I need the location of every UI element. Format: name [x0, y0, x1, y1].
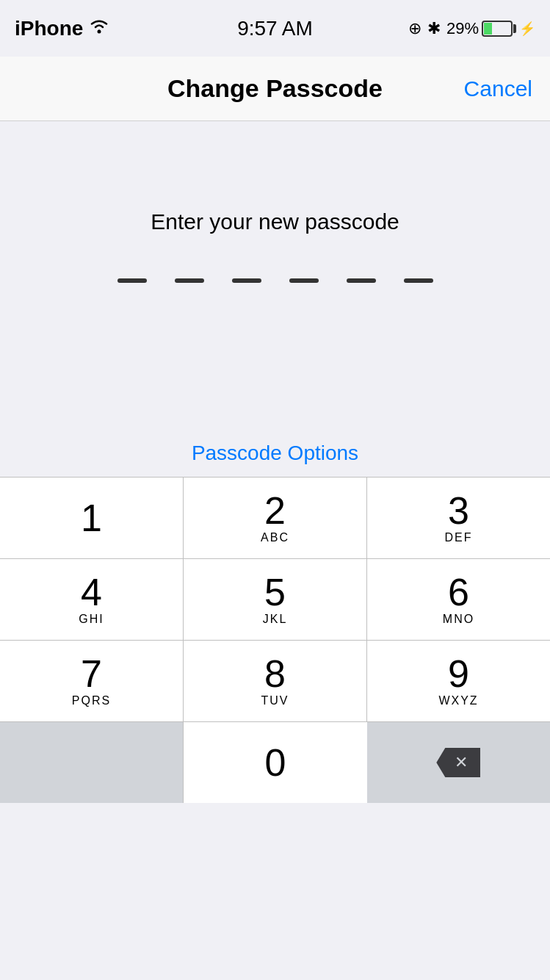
status-right: ⊕ ✱ 29% ⚡ — [408, 19, 535, 38]
key-4-number: 4 — [81, 573, 102, 611]
keypad-row-3: 7 PQRS 8 TUV 9 WXYZ — [0, 641, 550, 722]
keypad-row-4: 0 ✕ — [0, 722, 550, 803]
status-time: 9:57 AM — [237, 17, 313, 40]
battery-icon — [482, 21, 516, 37]
lightning-icon: ⚡ — [519, 21, 535, 37]
passcode-dash-6 — [404, 278, 433, 283]
key-delete[interactable]: ✕ — [367, 722, 550, 803]
main-content: Enter your new passcode Passcode Options — [0, 121, 550, 477]
key-3[interactable]: 3 DEF — [367, 478, 550, 558]
key-1[interactable]: 1 — [0, 478, 184, 558]
svg-point-0 — [98, 29, 101, 33]
keypad-row-1: 1 2 ABC 3 DEF — [0, 478, 550, 559]
key-3-number: 3 — [448, 491, 469, 530]
orientation-lock-icon: ⊕ — [408, 19, 421, 38]
status-bar: iPhone 9:57 AM ⊕ ✱ 29% ⚡ — [0, 0, 550, 57]
key-9-number: 9 — [448, 655, 469, 693]
key-5-number: 5 — [264, 573, 286, 611]
delete-x-icon: ✕ — [455, 753, 468, 772]
key-4-letters: GHI — [79, 613, 104, 626]
key-0-number: 0 — [265, 743, 286, 782]
key-7-letters: PQRS — [72, 694, 111, 707]
key-7[interactable]: 7 PQRS — [0, 641, 184, 721]
cancel-button[interactable]: Cancel — [464, 76, 532, 101]
passcode-dash-4 — [289, 278, 319, 283]
key-8-letters: TUV — [261, 694, 289, 707]
wifi-icon — [89, 19, 109, 38]
key-9-letters: WXYZ — [438, 694, 478, 707]
key-6-letters: MNO — [443, 613, 474, 626]
key-1-number: 1 — [81, 499, 102, 537]
key-8[interactable]: 8 TUV — [184, 641, 367, 721]
keypad: 1 2 ABC 3 DEF 4 GHI 5 JKL 6 MNO 7 PQRS — [0, 477, 550, 803]
key-empty — [0, 722, 184, 803]
key-3-letters: DEF — [445, 531, 473, 544]
key-5-letters: JKL — [263, 613, 288, 626]
key-7-number: 7 — [81, 655, 102, 693]
key-9[interactable]: 9 WXYZ — [367, 641, 550, 721]
key-2[interactable]: 2 ABC — [184, 478, 367, 558]
passcode-dash-2 — [175, 278, 204, 283]
passcode-dash-3 — [232, 278, 261, 283]
passcode-prompt: Enter your new passcode — [151, 209, 399, 234]
battery-container: 29% ⚡ — [446, 19, 535, 38]
key-2-letters: ABC — [261, 531, 289, 544]
keypad-row-2: 4 GHI 5 JKL 6 MNO — [0, 559, 550, 641]
key-5[interactable]: 5 JKL — [184, 559, 367, 640]
key-6[interactable]: 6 MNO — [367, 559, 550, 640]
passcode-input-dashes — [117, 278, 433, 283]
key-0[interactable]: 0 — [184, 722, 366, 803]
delete-icon: ✕ — [436, 748, 480, 777]
passcode-dash-1 — [117, 278, 147, 283]
passcode-options-button[interactable]: Passcode Options — [180, 430, 370, 477]
nav-bar: Change Passcode Cancel — [0, 57, 550, 121]
battery-percent: 29% — [446, 19, 479, 38]
nav-title: Change Passcode — [167, 74, 383, 103]
key-2-number: 2 — [264, 491, 286, 530]
carrier-label: iPhone — [15, 17, 83, 40]
status-left: iPhone — [15, 17, 109, 40]
key-8-number: 8 — [264, 655, 286, 693]
key-6-number: 6 — [448, 573, 469, 611]
bluetooth-icon: ✱ — [427, 19, 441, 38]
passcode-dash-5 — [347, 278, 376, 283]
key-4[interactable]: 4 GHI — [0, 559, 184, 640]
